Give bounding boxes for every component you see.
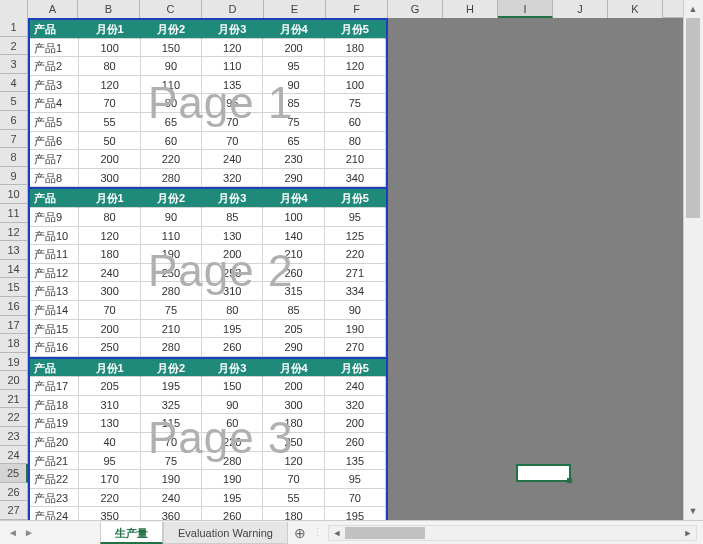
col-header-B[interactable]: B [78,0,140,18]
cell[interactable]: 180 [263,414,324,433]
header-cell[interactable]: 月份2 [141,20,202,39]
cell[interactable]: 200 [79,320,140,339]
row-header-20[interactable]: 20 [0,371,28,390]
header-cell[interactable]: 月份5 [325,359,386,378]
row-header-13[interactable]: 13 [0,241,28,260]
vscroll-thumb[interactable] [686,18,700,218]
sheet-tab-active[interactable]: 生产量 [100,522,163,544]
cell[interactable]: 240 [79,264,140,283]
cell[interactable]: 334 [325,282,386,301]
hscroll-thumb[interactable] [345,527,425,539]
cell[interactable]: 135 [325,452,386,471]
cell[interactable]: 195 [202,320,263,339]
select-all-corner[interactable] [0,0,28,18]
cell[interactable]: 产品4 [30,94,79,113]
cell[interactable]: 220 [202,433,263,452]
col-header-E[interactable]: E [264,0,326,18]
cell[interactable]: 260 [325,433,386,452]
cell[interactable]: 300 [263,396,324,415]
cell[interactable]: 产品15 [30,320,79,339]
cell[interactable]: 135 [202,76,263,95]
cell[interactable]: 280 [141,338,202,357]
cell[interactable]: 180 [79,245,140,264]
cell[interactable]: 260 [202,338,263,357]
cell[interactable]: 240 [325,377,386,396]
cell[interactable]: 310 [202,282,263,301]
scroll-left-button[interactable]: ◄ [329,528,345,538]
col-header-H[interactable]: H [443,0,498,18]
cell[interactable]: 产品10 [30,227,79,246]
cell[interactable]: 95 [263,57,324,76]
cell[interactable]: 200 [202,245,263,264]
cell[interactable]: 85 [263,301,324,320]
cell[interactable]: 240 [141,489,202,508]
cell[interactable]: 190 [141,245,202,264]
cell[interactable]: 320 [202,169,263,188]
cell[interactable]: 180 [325,39,386,58]
scroll-right-button[interactable]: ► [680,528,696,538]
cell[interactable]: 产品6 [30,132,79,151]
cell[interactable]: 75 [141,301,202,320]
cell[interactable]: 360 [141,507,202,520]
row-header-25[interactable]: 25 [0,464,28,483]
sheet-tab-evaluation[interactable]: Evaluation Warning [163,522,288,544]
cell[interactable]: 80 [202,301,263,320]
cell[interactable]: 200 [263,377,324,396]
cell[interactable]: 150 [202,377,263,396]
cell[interactable]: 190 [325,320,386,339]
col-header-F[interactable]: F [326,0,388,18]
col-header-K[interactable]: K [608,0,663,18]
tab-nav-buttons[interactable]: ◄► [0,527,100,538]
cell[interactable]: 290 [263,169,324,188]
cell[interactable]: 90 [325,301,386,320]
cell[interactable]: 150 [141,39,202,58]
row-header-10[interactable]: 10 [0,185,28,204]
row-header-16[interactable]: 16 [0,297,28,316]
header-cell[interactable]: 月份2 [141,189,202,208]
cell[interactable]: 190 [141,470,202,489]
scroll-up-button[interactable]: ▲ [684,0,702,18]
cell[interactable]: 产品19 [30,414,79,433]
cell[interactable]: 300 [79,169,140,188]
cell[interactable]: 253 [202,264,263,283]
cell[interactable]: 70 [79,94,140,113]
cell[interactable]: 310 [79,396,140,415]
cell[interactable]: 250 [141,264,202,283]
cell[interactable]: 250 [263,433,324,452]
header-cell[interactable]: 产品 [30,20,79,39]
row-header-24[interactable]: 24 [0,446,28,465]
cell[interactable]: 230 [263,150,324,169]
cell[interactable]: 产品5 [30,113,79,132]
cell[interactable]: 200 [325,414,386,433]
cell[interactable]: 120 [263,452,324,471]
cell[interactable]: 100 [263,208,324,227]
cell[interactable]: 250 [79,338,140,357]
cell[interactable]: 120 [202,39,263,58]
row-header-21[interactable]: 21 [0,390,28,409]
cell[interactable]: 产品21 [30,452,79,471]
cell[interactable]: 220 [141,150,202,169]
cell[interactable]: 95 [325,208,386,227]
row-header-15[interactable]: 15 [0,278,28,297]
header-cell[interactable]: 月份4 [263,20,324,39]
cell[interactable]: 195 [325,507,386,520]
cell[interactable]: 210 [325,150,386,169]
row-header-14[interactable]: 14 [0,260,28,279]
cell[interactable]: 60 [202,414,263,433]
header-cell[interactable]: 产品 [30,359,79,378]
cell[interactable]: 70 [141,433,202,452]
cell[interactable]: 220 [79,489,140,508]
cell[interactable]: 115 [141,414,202,433]
header-cell[interactable]: 月份1 [79,359,140,378]
cell[interactable]: 170 [79,470,140,489]
cell[interactable]: 70 [325,489,386,508]
cell[interactable]: 产品1 [30,39,79,58]
cell[interactable]: 产品12 [30,264,79,283]
cell[interactable]: 280 [141,169,202,188]
col-header-J[interactable]: J [553,0,608,18]
cell[interactable]: 95 [325,470,386,489]
row-header-18[interactable]: 18 [0,334,28,353]
row-header-11[interactable]: 11 [0,204,28,223]
col-header-I[interactable]: I [498,0,553,18]
cell[interactable]: 60 [325,113,386,132]
